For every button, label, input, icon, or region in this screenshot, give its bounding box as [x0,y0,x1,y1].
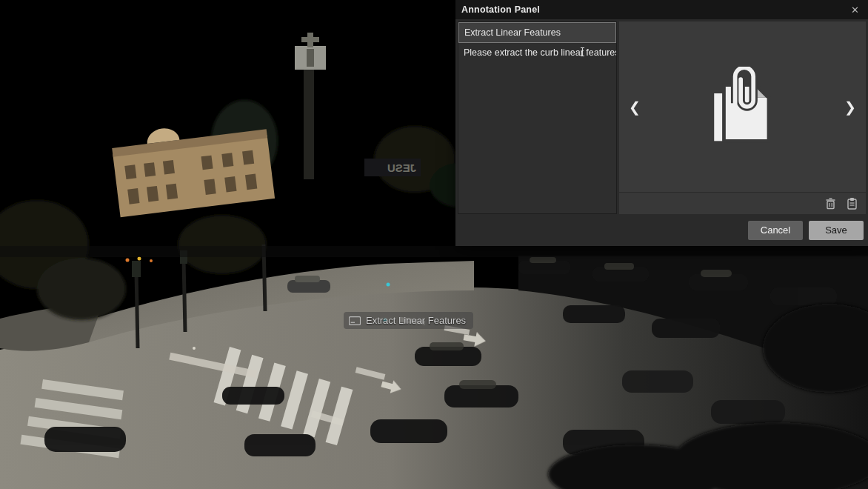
annotation-description-field[interactable]: Please extract the curb linear features [458,43,616,62]
attachment-document-icon [704,67,781,147]
close-icon[interactable]: ✕ [848,4,862,16]
dialog-body: Extract Linear Features Please extract t… [455,19,868,214]
annotation-panel-dialog: Annotation Panel ✕ Extract Linear Featur… [455,0,868,246]
annotation-description-text: Please extract the curb linear features [464,47,616,58]
previous-attachment-icon[interactable]: ❮ [625,96,644,119]
annotation-title-text: Extract Linear Features [464,27,561,38]
street-sign: JESU [364,159,421,176]
cancel-button[interactable]: Cancel [748,221,803,240]
next-attachment-icon[interactable]: ❯ [841,96,860,119]
attachment-preview-area[interactable]: ❮ ❯ [619,21,866,192]
svg-text:JESU: JESU [387,162,416,174]
annotation-title-field[interactable]: Extract Linear Features [458,22,616,43]
scene-annotation-label[interactable]: Extract Linear Features [344,312,473,329]
delete-attachment-icon[interactable] [824,197,837,210]
scene-annotation-text: Extract Linear Features [366,315,466,326]
viewport-hud-band [0,246,868,257]
save-button[interactable]: Save [809,221,864,240]
paste-clipboard-icon[interactable] [846,197,858,210]
dialog-titlebar: Annotation Panel ✕ [455,0,868,19]
dialog-title: Annotation Panel [461,4,540,15]
attachment-toolbar [619,192,866,214]
annotation-card-icon [349,316,361,325]
ibeam-cursor [580,47,585,57]
attachment-viewer: ❮ ❯ [619,21,866,214]
app-window: JESU [0,0,868,489]
annotation-fields-list: Extract Linear Features Please extract t… [458,21,617,214]
dialog-footer: Cancel Save [455,214,868,246]
